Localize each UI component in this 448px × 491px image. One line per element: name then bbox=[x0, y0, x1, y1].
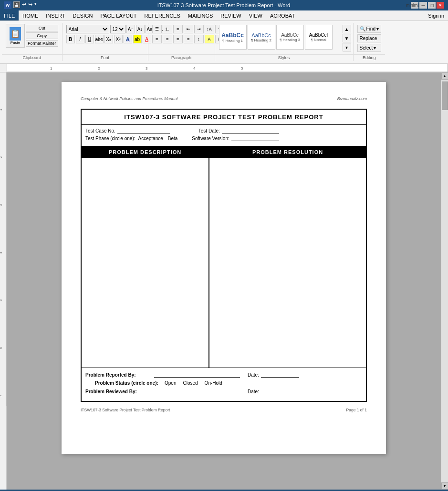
subscript-button[interactable]: X₂ bbox=[104, 35, 113, 43]
menu-item-page-layout[interactable]: PAGE LAYOUT bbox=[97, 10, 141, 20]
paragraph-group: ☰ 1. ≡ ⇤ ⇥ ↕A ¶ ≡ ≡ ≡ ≡ ↕ A ⊞ Paragraph bbox=[148, 23, 215, 61]
bullets-button[interactable]: ☰ bbox=[152, 25, 162, 33]
svg-text:3: 3 bbox=[146, 66, 148, 71]
sign-in[interactable]: Sign in bbox=[424, 12, 448, 20]
quick-access-redo[interactable]: ↪ bbox=[28, 1, 32, 9]
footer-left: ITSW107-3 Software Project Test Problem … bbox=[81, 408, 170, 412]
style-heading3[interactable]: AaBbCc ¶ Heading 3 bbox=[276, 25, 304, 50]
problem-description-header: PROBLEM DESCRIPTION bbox=[82, 146, 208, 158]
svg-text:7: 7 bbox=[0, 395, 2, 397]
replace-button[interactable]: Replace bbox=[357, 34, 381, 42]
test-date-label: Test Date: bbox=[198, 128, 220, 133]
scrollbar: ▲ ▼ bbox=[441, 72, 448, 490]
menu-item-home[interactable]: HOME bbox=[19, 10, 42, 20]
find-button[interactable]: 🔍 Find ▾ bbox=[357, 25, 381, 33]
menu-item-references[interactable]: REFERENCES bbox=[141, 10, 184, 20]
styles-scroll-up[interactable]: ▲ bbox=[343, 25, 351, 33]
format-painter-button[interactable]: Format Painter bbox=[26, 40, 58, 47]
reported-date-label: Date: bbox=[248, 372, 259, 378]
style-normal[interactable]: AaBbCcI ¶ Normal bbox=[305, 25, 333, 50]
test-case-label: Test Case No. bbox=[85, 128, 115, 133]
reviewed-by-row: Problem Reviewed By: Date: bbox=[85, 389, 362, 394]
shading-button[interactable]: A bbox=[205, 35, 214, 43]
ribbon: 📋 Paste Cut Copy Format Painter Clipboar… bbox=[0, 21, 448, 64]
quick-access-undo[interactable]: ↩ bbox=[22, 1, 26, 9]
style-heading1[interactable]: AaBbCc ¶ Heading 1 bbox=[219, 25, 247, 50]
align-left-button[interactable]: ≡ bbox=[152, 35, 162, 43]
menu-item-file[interactable]: FILE bbox=[0, 10, 19, 20]
test-date-value bbox=[222, 128, 279, 133]
scroll-up-button[interactable]: ▲ bbox=[441, 72, 448, 80]
numbering-button[interactable]: 1. bbox=[163, 25, 172, 33]
decrease-indent-button[interactable]: ⇤ bbox=[184, 25, 193, 33]
sort-button[interactable]: ↕A bbox=[205, 25, 214, 33]
underline-button[interactable]: U bbox=[85, 35, 94, 43]
document-title: ITSW107-3 Software Project Test Problem … bbox=[37, 2, 411, 8]
grow-font-button[interactable]: A↑ bbox=[126, 25, 135, 33]
svg-text:6: 6 bbox=[0, 347, 2, 349]
scroll-thumb[interactable] bbox=[442, 82, 448, 110]
problem-description-body[interactable] bbox=[82, 158, 208, 368]
word-icon: W bbox=[4, 1, 11, 9]
test-phase-label: Test Phase (circle one): bbox=[85, 136, 135, 141]
menu-item-view[interactable]: VIEW bbox=[245, 10, 266, 20]
line-spacing-button[interactable]: ↕ bbox=[194, 35, 204, 43]
highlight-button[interactable]: ab bbox=[133, 35, 142, 43]
menu-item-review[interactable]: REVIEW bbox=[217, 10, 245, 20]
strikethrough-button[interactable]: abc bbox=[95, 35, 104, 43]
minimize-button[interactable]: ─ bbox=[419, 2, 427, 9]
styles-scroll-down[interactable]: ▼ bbox=[343, 34, 351, 42]
reviewed-by-label: Problem Reviewed By: bbox=[85, 389, 152, 394]
status-closed: Closed bbox=[183, 380, 198, 386]
close-button[interactable]: ✕ bbox=[437, 2, 444, 9]
superscript-button[interactable]: X² bbox=[114, 35, 123, 43]
form-footer: Problem Reported By: Date: Problem Statu… bbox=[82, 368, 366, 401]
svg-text:4: 4 bbox=[0, 252, 2, 254]
styles-more[interactable]: ▾ bbox=[343, 43, 351, 51]
font-size-select[interactable]: 12 bbox=[110, 25, 125, 33]
reviewed-date-value bbox=[261, 389, 299, 394]
status-label: Problem Status (circle one): bbox=[95, 380, 162, 386]
scroll-down-button[interactable]: ▼ bbox=[441, 482, 448, 490]
justify-button[interactable]: ≡ bbox=[184, 35, 193, 43]
clipboard-group: 📋 Paste Cut Copy Format Painter Clipboar… bbox=[2, 23, 63, 61]
paste-button[interactable]: 📋 Paste bbox=[6, 24, 25, 48]
ruler-area: 1 2 3 4 5 bbox=[0, 64, 448, 72]
document-area[interactable]: Computer & Network Policies and Procedur… bbox=[7, 72, 441, 490]
cut-button[interactable]: Cut bbox=[26, 25, 58, 31]
help-button[interactable]: minimize bbox=[411, 2, 418, 9]
style-heading2[interactable]: AaBbCc ¶ Heading 2 bbox=[248, 25, 275, 50]
styles-group: AaBbCc ¶ Heading 1 AaBbCc ¶ Heading 2 Aa… bbox=[215, 23, 354, 61]
multilevel-button[interactable]: ≡ bbox=[173, 25, 183, 33]
svg-text:5: 5 bbox=[241, 66, 243, 71]
svg-text:1: 1 bbox=[0, 109, 2, 111]
font-name-select[interactable]: Arial bbox=[66, 25, 109, 33]
align-center-button[interactable]: ≡ bbox=[163, 35, 172, 43]
reported-by-value bbox=[154, 372, 240, 378]
menu-item-acrobat[interactable]: ACROBAT bbox=[266, 10, 299, 20]
shrink-font-button[interactable]: A↓ bbox=[136, 25, 145, 33]
software-version-value bbox=[231, 135, 279, 141]
reviewed-by-value bbox=[154, 389, 240, 394]
menu-item-insert[interactable]: INSERT bbox=[42, 10, 69, 20]
italic-button[interactable]: I bbox=[76, 35, 84, 43]
clipboard-label: Clipboard bbox=[2, 54, 62, 60]
bold-button[interactable]: B bbox=[66, 35, 75, 43]
menu-item-mailings[interactable]: MAILINGS bbox=[184, 10, 217, 20]
select-button[interactable]: Select ▾ bbox=[357, 44, 381, 52]
increase-indent-button[interactable]: ⇥ bbox=[194, 25, 204, 33]
problem-resolution-body[interactable] bbox=[209, 158, 366, 368]
quick-access-save[interactable]: 💾 bbox=[13, 1, 20, 8]
restore-button[interactable]: ◻ bbox=[428, 2, 436, 9]
copy-button[interactable]: Copy bbox=[26, 32, 58, 39]
problem-resolution-col: PROBLEM RESOLUTION bbox=[209, 146, 366, 368]
status-row: Problem Status (circle one): Open Closed… bbox=[85, 380, 362, 386]
align-right-button[interactable]: ≡ bbox=[173, 35, 183, 43]
editing-label: Editing bbox=[354, 54, 385, 60]
search-icon: 🔍 bbox=[360, 26, 365, 31]
menu-item-design[interactable]: DESIGN bbox=[69, 10, 96, 20]
reported-by-label: Problem Reported By: bbox=[85, 372, 152, 378]
field-row-2: Test Phase (circle one): Acceptance Beta… bbox=[85, 135, 362, 141]
text-effects-button[interactable]: A bbox=[124, 35, 132, 43]
reported-by-row: Problem Reported By: Date: bbox=[85, 372, 362, 378]
